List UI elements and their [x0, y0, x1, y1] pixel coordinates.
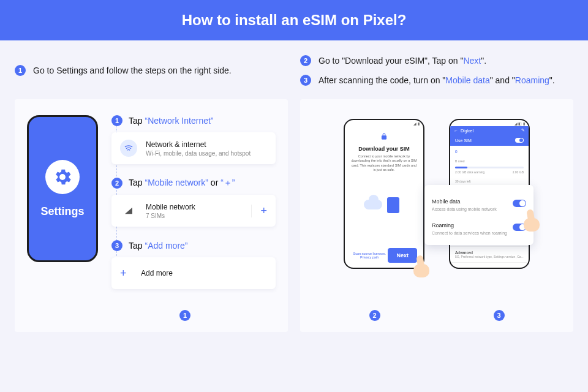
wifi-icon — [120, 140, 137, 157]
card-badge-2: 2 — [369, 310, 380, 321]
tile-sub: Wi-Fi, mobile, data usage, and hotspot — [146, 150, 251, 157]
tile-title: Network & internet — [146, 140, 206, 149]
left-bottom-badge-row: 1 — [27, 310, 276, 321]
usage-section: 0 B used 2.00 GB data warning2.00 GB 30 … — [450, 146, 529, 189]
tile-title: Add more — [141, 269, 173, 277]
substep-1-head: 1 Tap “Network Internet” — [111, 115, 276, 126]
cloud-icon — [364, 200, 382, 209]
tile-sub: 7 SIMs — [146, 213, 195, 219]
download-sim-title: Download your SIM — [358, 146, 410, 152]
highlight-next: Next — [463, 56, 481, 66]
toggle-on-icon[interactable] — [515, 138, 524, 143]
gear-icon — [45, 160, 80, 194]
sim-card-icon — [387, 197, 399, 213]
step-badge-3: 3 — [300, 75, 311, 86]
back-icon[interactable]: ← — [454, 129, 458, 133]
substep-2: 2 Tap “Mobile network” or “＋” Mobile net… — [111, 178, 276, 227]
card-left-body: Settings 1 Tap “Network Internet” — [27, 115, 276, 301]
substep-badge-1: 1 — [111, 115, 123, 126]
usage-bar — [455, 167, 524, 168]
highlight-roaming: Roaming — [515, 75, 549, 85]
substep-badge-2: 2 — [111, 178, 123, 189]
highlight-mobile-data: Mobile data — [445, 75, 489, 85]
card-settings-steps: Settings 1 Tap “Network Internet” — [15, 99, 288, 332]
cards-row: Settings 1 Tap “Network Internet” — [15, 99, 573, 332]
tile-network-internet[interactable]: Network & internet Wi-Fi, mobile, data u… — [111, 132, 276, 164]
content: 1 Go to Settings and follow the steps on… — [0, 40, 588, 332]
signal-icon — [120, 202, 137, 219]
substeps: 1 Tap “Network Internet” Network & inter… — [111, 115, 276, 301]
card-right-body: ◢ ▮ Download your SIM Connect to your mo… — [312, 115, 561, 301]
roaming-row[interactable]: Roaming Connect to data services when ro… — [432, 215, 526, 239]
lock-icon — [380, 132, 388, 141]
tile-add-more[interactable]: + Add more — [111, 257, 276, 289]
phone-frame: ◢ ▮ Download your SIM Connect to your mo… — [344, 119, 424, 269]
step-badge-2: 2 — [300, 55, 311, 66]
phone-mock-sim-settings: ◢ ◧ ▮ ← Digicel ✎ Use SIM 0 B used — [449, 119, 530, 269]
toggles-popup: Mobile data Access data using mobile net… — [424, 185, 533, 245]
substep-3-head: 3 Tap “Add more” — [111, 240, 276, 251]
advanced-row[interactable]: Advanced 5G, Preferred network type, Set… — [450, 247, 529, 263]
step-2-text: Go to "Download your eSIM", Tap on "Next… — [318, 56, 486, 66]
intro-row: 1 Go to Settings and follow the steps on… — [15, 55, 573, 86]
step-badge-1: 1 — [15, 65, 26, 76]
card-phone-screens: ◢ ▮ Download your SIM Connect to your mo… — [300, 99, 573, 332]
card-badge-3: 3 — [494, 310, 505, 321]
substep-3: 3 Tap “Add more” + Add more — [111, 240, 276, 289]
substep-2-head: 2 Tap “Mobile network” or “＋” — [111, 178, 276, 189]
step-1-line: 1 Go to Settings and follow the steps on… — [15, 65, 232, 76]
edit-icon[interactable]: ✎ — [521, 128, 525, 133]
step-3-line: 3 After scanning the code, turn on "Mobi… — [300, 75, 573, 86]
page-header: How to install an eSIM on Pixel? — [0, 0, 588, 40]
plus-icon[interactable]: + — [251, 205, 267, 217]
intro-right: 2 Go to "Download your eSIM", Tap on "Ne… — [300, 55, 573, 86]
status-bar: ◢ ◧ ▮ — [450, 120, 529, 126]
toggle-on-icon[interactable] — [513, 224, 526, 231]
settings-label: Settings — [40, 205, 84, 218]
phone-mock-download-sim: ◢ ▮ Download your SIM Connect to your mo… — [344, 119, 424, 269]
use-sim-row[interactable]: Use SIM — [450, 135, 529, 146]
settings-phone-illustration: Settings — [27, 115, 98, 262]
tile-title: Mobile network — [146, 203, 195, 211]
toggle-on-icon[interactable] — [513, 200, 526, 207]
next-button[interactable]: Next — [388, 248, 417, 263]
substep-1: 1 Tap “Network Internet” Network & inter… — [111, 115, 276, 164]
right-bottom-badge-row: 2 3 — [312, 310, 561, 321]
tile-mobile-network[interactable]: Mobile network 7 SIMs + — [111, 195, 276, 227]
step-2-line: 2 Go to "Download your eSIM", Tap on "Ne… — [300, 55, 573, 66]
card-badge-1: 1 — [179, 310, 190, 321]
license-link[interactable]: Scan source licenses. Privacy path — [351, 252, 388, 259]
intro-left: 1 Go to Settings and follow the steps on… — [15, 55, 288, 86]
carrier-bar: ← Digicel ✎ — [450, 126, 529, 135]
mobile-data-row[interactable]: Mobile data Access data using mobile net… — [432, 191, 526, 215]
step-3-text: After scanning the code, turn on "Mobile… — [318, 75, 555, 85]
download-sim-desc: Connect to your mobile network by downlo… — [351, 154, 417, 173]
cloud-card-illustration — [363, 186, 405, 213]
status-bar: ◢ ▮ — [345, 120, 423, 126]
page-title: How to install an eSIM on Pixel? — [182, 12, 407, 29]
plus-icon: + — [120, 265, 132, 282]
substep-badge-3: 3 — [111, 240, 123, 251]
step-1-text: Go to Settings and follow the steps on t… — [33, 66, 232, 75]
